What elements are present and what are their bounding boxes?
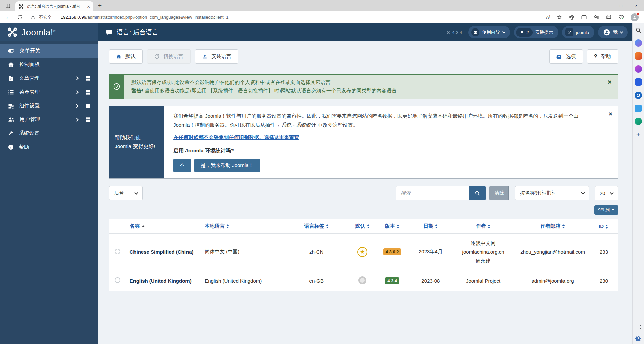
sidebar-item-system[interactable]: 系统设置 — [0, 126, 98, 140]
grid-icon[interactable] — [85, 117, 91, 123]
window-close-button[interactable]: × — [629, 0, 644, 11]
screenshot-icon[interactable] — [635, 324, 641, 330]
sidebar-item-help[interactable]: 帮助 — [0, 140, 98, 154]
search-button[interactable] — [469, 186, 486, 200]
home-icon — [8, 61, 14, 68]
column-header-date[interactable]: 日期 — [405, 219, 457, 234]
client-select[interactable]: 后台 — [109, 186, 143, 200]
refresh-icon[interactable] — [17, 14, 23, 20]
column-header-native[interactable]: 本地语言 — [201, 219, 288, 234]
browser-profile-avatar[interactable] — [631, 13, 639, 21]
stats-review-link[interactable]: 在任何时候都不会采集到任何识别数据。选择这里来审查 — [173, 134, 299, 141]
sidebar-item-control-panel[interactable]: 控制面板 — [0, 58, 98, 71]
stats-close-icon[interactable]: × — [609, 110, 612, 118]
default-star-icon[interactable]: ★ — [357, 247, 367, 257]
sidebar-search-icon[interactable] — [635, 27, 642, 34]
alert-warning: 警告! 当使用多语言功能是(即启用 【系统插件 - 语言切换插件】 时)网站默认… — [131, 87, 398, 95]
copilot-icon[interactable] — [635, 39, 642, 47]
column-header-tag[interactable]: 语言标签 — [288, 219, 345, 234]
sidebar-item-label: 菜单开关 — [20, 48, 40, 54]
browser-tab[interactable]: 语言: 后台语言 - joomla - 后台 × — [15, 1, 93, 11]
grid-icon[interactable] — [85, 75, 91, 81]
refresh-icon — [154, 54, 160, 59]
alert-message: 默认语言保存成功. 此设置不会影响用户在他们的个人资料中或者在登录页面选择其它语… — [131, 78, 398, 87]
sort-asc-icon — [142, 225, 145, 227]
back-icon[interactable]: ← — [5, 14, 11, 20]
read-aloud-icon[interactable]: A) — [546, 14, 550, 20]
drop-icon[interactable] — [635, 105, 642, 112]
column-header-author[interactable]: 作者 — [457, 219, 510, 234]
tab-close-icon[interactable]: × — [87, 4, 90, 9]
clear-button[interactable]: 清除 — [489, 186, 509, 200]
column-header-name[interactable]: 名称 — [126, 219, 202, 234]
search-input[interactable] — [396, 186, 469, 200]
sidebar-item-articles[interactable]: 文章管理 — [0, 71, 98, 85]
alert-close-icon[interactable]: × — [608, 78, 612, 86]
language-author: 逐浪中文网 joomlachina.org.cn 周永建 — [460, 239, 506, 265]
languages-table: 名称 本地语言 语言标签 默认 版本 日期 作者 作者邮箱 ID Chines — [109, 219, 618, 291]
games-icon[interactable] — [635, 65, 642, 73]
set-default-icon[interactable] — [358, 276, 366, 284]
row-radio[interactable] — [115, 277, 120, 283]
view-site-button[interactable]: joomla — [562, 26, 594, 38]
profile-person-icon — [632, 15, 637, 20]
help-button[interactable]: ? 帮助 — [587, 49, 618, 64]
language-author: Joomla! Project — [457, 271, 510, 291]
grid-icon[interactable] — [85, 89, 91, 95]
main-content: 默认 切换语言 安装语言 选项 ? 帮助 — [98, 41, 632, 344]
row-radio[interactable] — [115, 249, 120, 254]
collections-icon[interactable] — [606, 14, 612, 20]
bookmark-star-icon[interactable] — [556, 14, 562, 20]
columns-button[interactable]: 9/9 列 — [594, 205, 618, 215]
options-button[interactable]: 选项 — [549, 49, 583, 64]
settings-gear-icon[interactable] — [635, 335, 642, 341]
sidebar-item-menus[interactable]: 菜单管理 — [0, 85, 98, 99]
window-minimize-button[interactable]: ─ — [598, 0, 613, 11]
shopping-icon[interactable] — [635, 52, 642, 60]
microsoft-365-icon[interactable] — [635, 78, 642, 86]
add-app-icon[interactable]: + — [636, 131, 640, 138]
browser-tab-bar: 语言: 后台语言 - joomla - 后台 × + ─ □ × — [0, 0, 644, 11]
window-maximize-button[interactable]: □ — [613, 0, 629, 11]
sidebar-item-components[interactable]: 组件设置 — [0, 99, 98, 113]
column-header-default[interactable]: 默认 — [345, 219, 380, 234]
outlook-icon[interactable] — [635, 92, 642, 99]
chevron-right-icon[interactable] — [75, 104, 78, 108]
post-install-messages-button[interactable]: 2 安装提示 — [514, 26, 558, 38]
limit-select[interactable]: 20 — [595, 186, 618, 200]
user-menu-button[interactable]: 我 — [598, 26, 628, 38]
version-badge: 4.3.0.2 — [383, 248, 401, 255]
notification-count: 2 — [526, 30, 529, 35]
guided-tour-button[interactable]: 使用向导 — [468, 26, 510, 38]
column-header-id[interactable]: ID — [595, 219, 618, 234]
sort-select[interactable]: 按名称升序排序 — [515, 186, 589, 200]
tab-actions-icon[interactable] — [0, 0, 15, 11]
language-tag: zh-CN — [288, 233, 345, 271]
edge-side-rail: + — [632, 23, 644, 344]
default-button[interactable]: 默认 — [109, 49, 143, 64]
sidebar-item-menu-toggle[interactable]: 菜单开关 — [0, 44, 98, 58]
sidebar-item-users[interactable]: 用户管理 — [0, 113, 98, 126]
admin-sidebar: 菜单开关 控制面板 文章管理 菜单管理 组件设置 — [0, 41, 98, 344]
favorites-bar-icon[interactable] — [593, 14, 599, 20]
chevron-right-icon[interactable] — [75, 90, 78, 94]
language-tag: en-GB — [288, 271, 345, 291]
new-tab-button[interactable]: + — [98, 0, 102, 11]
chevron-right-icon[interactable] — [75, 76, 78, 80]
split-screen-icon[interactable] — [581, 14, 587, 20]
grid-icon[interactable] — [85, 103, 91, 109]
stats-yes-button[interactable]: 是，我来帮助 Joomla！ — [194, 159, 260, 172]
chevron-right-icon[interactable] — [75, 118, 78, 121]
extensions-puzzle-icon[interactable] — [569, 14, 575, 20]
language-author-email: admin@joomla.org — [510, 271, 595, 291]
joomla-version-icon — [446, 30, 450, 35]
install-language-button[interactable]: 安装语言 — [195, 49, 238, 64]
chevron-down-icon — [502, 30, 506, 33]
stats-no-button[interactable]: 不 — [173, 159, 191, 172]
article-icon — [8, 75, 14, 81]
column-header-author-email[interactable]: 作者邮箱 — [510, 219, 595, 234]
designer-icon[interactable] — [635, 118, 642, 125]
browser-essentials-icon[interactable] — [618, 14, 624, 20]
column-header-version[interactable]: 版本 — [380, 219, 405, 234]
address-field[interactable]: 不安全 192.168.0.99/administrator/index.php… — [30, 14, 540, 20]
